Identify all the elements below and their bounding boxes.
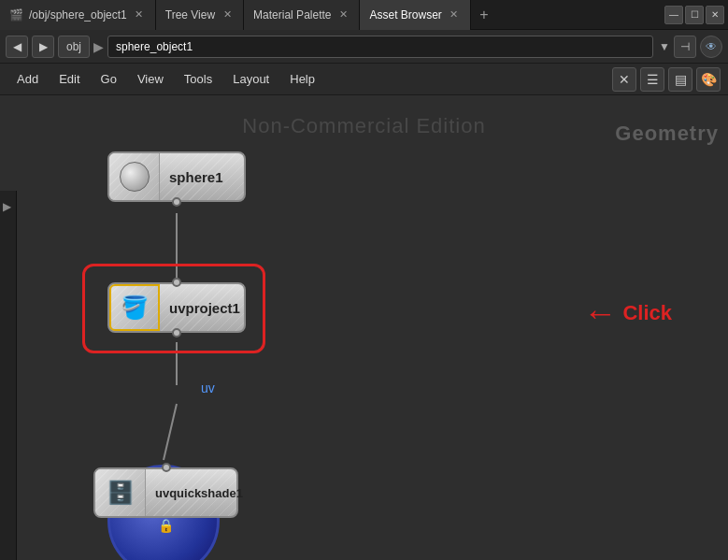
tab-bar: 🎬 /obj/sphere_object1 ✕ Tree View ✕ Mate… [0,0,728,30]
tab-add-button[interactable]: + [471,0,497,30]
uvproject1-tool-icon: 🪣 [121,294,149,321]
tab-asset-browser[interactable]: Asset Browser ✕ [360,0,470,30]
lock-icon: 🔒 [158,518,174,533]
tab-material-palette[interactable]: Material Palette ✕ [244,0,360,30]
uvproject1-input-dot [172,278,181,287]
uvquickshade1-input-dot [162,463,171,472]
click-text-label: Click [622,301,672,325]
sphere1-label: sphere1 [160,169,244,185]
address-bar: ◀ ▶ obj ▶ sphere_object1 ▼ ⊣ 👁 [0,30,728,64]
tab-obj-sphere[interactable]: 🎬 /obj/sphere_object1 ✕ [0,0,156,30]
menu-help[interactable]: Help [280,68,324,90]
tab-label: /obj/sphere_object1 [29,8,127,22]
back-button[interactable]: ◀ [6,36,28,58]
tab-close-tree[interactable]: ✕ [221,8,234,22]
breadcrumb-obj[interactable]: obj [58,36,90,58]
node-sphere1[interactable]: sphere1 [107,151,246,202]
breadcrumb-path-text: sphere_object1 [116,40,193,53]
tool-wrench-button[interactable]: ✕ [612,67,636,92]
maximize-button[interactable]: ☐ [685,6,704,24]
tab-close-material[interactable]: ✕ [336,8,350,22]
uvquickshade1-icon-area: 🗄️ [95,469,146,516]
breadcrumb-separator-icon: ▶ [93,39,104,54]
tool-color-button[interactable]: 🎨 [696,67,721,92]
uvquickshade1-label: uvquickshade1 [146,486,243,500]
tab-file-icon: 🎬 [9,8,23,22]
node-canvas[interactable]: ▶ Non-Commercial Edition Geometry sphere… [0,95,728,560]
tool-grid-button[interactable]: ▤ [668,67,692,92]
view-options-button[interactable]: 👁 [700,36,722,58]
menu-add[interactable]: Add [7,68,48,90]
uvproject1-label: uvproject1 [160,300,244,316]
click-arrow-icon: ← [583,296,617,330]
tab-close-obj[interactable]: ✕ [133,8,146,22]
breadcrumb-path-input[interactable]: sphere_object1 [107,36,653,58]
close-window-button[interactable]: ✕ [706,6,724,24]
tab-label-asset: Asset Browser [369,8,441,22]
tab-tree-view[interactable]: Tree View ✕ [156,0,244,30]
uvquickshade1-tool-icon: 🗄️ [107,480,135,506]
left-edge-arrow-icon: ▶ [3,200,11,213]
tab-label-material: Material Palette [253,8,331,22]
menu-bar: Add Edit Go View Tools Layout Help ✕ ☰ ▤… [0,64,728,95]
uvproject1-output-dot [172,328,181,337]
sphere1-sphere-icon [120,162,150,192]
geometry-label: Geometry [615,122,719,146]
uvquickshade1-circle-area: 🗄️ uvquickshade1 🔒 [84,441,243,560]
menu-go[interactable]: Go [92,68,126,90]
window-controls: — ☐ ✕ [664,6,728,24]
tab-label-tree: Tree View [165,8,215,22]
forward-button[interactable]: ▶ [32,36,54,58]
uvquickshade1-container: 🗄️ uvquickshade1 🔒 [84,441,243,560]
sphere1-output-dot [172,197,181,207]
node-uvproject1[interactable]: 🪣 uvproject1 [107,282,246,333]
tool-buttons: ✕ ☰ ▤ 🎨 [612,67,721,92]
pin-button[interactable]: ⊣ [674,36,696,58]
left-edge-bar: ▶ [0,191,17,560]
menu-view[interactable]: View [128,68,173,90]
tool-layout-button[interactable]: ☰ [640,67,664,92]
sphere1-icon-area [109,153,160,200]
node-uvquickshade1[interactable]: 🗄️ uvquickshade1 🔒 [93,467,238,518]
tab-close-asset[interactable]: ✕ [448,8,461,22]
breadcrumb-dropdown-icon[interactable]: ▼ [659,40,670,53]
menu-tools[interactable]: Tools [175,68,221,90]
uv-output-label: uv [201,381,215,395]
menu-layout[interactable]: Layout [223,68,278,90]
click-annotation: ← Click [583,296,672,330]
minimize-button[interactable]: — [664,6,683,24]
menu-edit[interactable]: Edit [50,68,89,90]
watermark-text: Non-Commercial Edition [242,114,485,138]
uvproject1-icon-area: 🪣 [109,284,160,331]
